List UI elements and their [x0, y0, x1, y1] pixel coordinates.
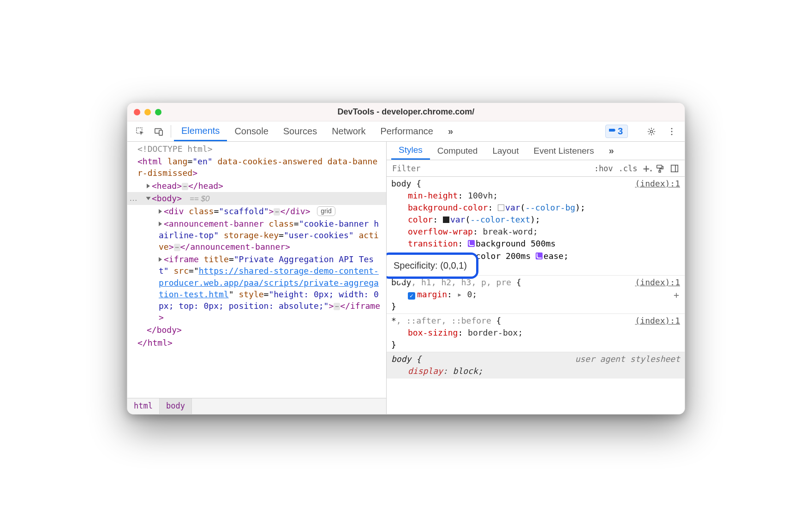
dom-body-selected[interactable]: <body> == $0	[127, 192, 386, 205]
color-swatch-icon[interactable]	[498, 204, 504, 211]
rule-source-link[interactable]: (index):1	[635, 277, 680, 289]
subtab-computed[interactable]: Computed	[430, 142, 485, 160]
tooltip-text: Specificity: (0,0,1)	[394, 260, 467, 271]
close-window-icon[interactable]	[134, 109, 140, 115]
more-subtabs-icon[interactable]: »	[601, 142, 621, 160]
bezier-swatch-icon[interactable]	[536, 252, 543, 259]
minimize-window-icon[interactable]	[144, 109, 151, 115]
crumb-html[interactable]: html	[127, 398, 160, 414]
rule-user-agent[interactable]: user agent stylesheet body { display: bl…	[387, 352, 685, 378]
prop-margin[interactable]: ✓margin: ▸ 0; +	[391, 289, 680, 301]
device-toolbar-icon[interactable]	[149, 121, 168, 141]
tab-sources[interactable]: Sources	[276, 121, 324, 141]
more-tabs-icon[interactable]: »	[441, 121, 460, 141]
elements-pane: <!DOCTYPE html> <html lang="en" data-coo…	[127, 142, 387, 414]
subtab-event-listeners[interactable]: Event Listeners	[526, 142, 601, 160]
crumb-body[interactable]: body	[160, 398, 192, 414]
dom-doctype[interactable]: <!DOCTYPE html>	[127, 143, 386, 155]
dom-head[interactable]: <head>⋯</head>	[127, 180, 386, 192]
add-property-icon[interactable]: +	[674, 289, 680, 302]
main-toolbar: Elements Console Sources Network Perform…	[127, 121, 685, 142]
toolbar-right: 3	[601, 121, 681, 141]
new-style-rule-icon[interactable]: +▾	[642, 162, 651, 175]
svg-rect-2	[159, 130, 162, 135]
svg-point-5	[671, 131, 673, 132]
prop-background-color[interactable]: background-color: var(--color-bg);	[391, 202, 680, 214]
dom-tree[interactable]: <!DOCTYPE html> <html lang="en" data-coo…	[127, 142, 386, 398]
paint-icon[interactable]	[654, 164, 665, 173]
rule-close: }	[391, 301, 680, 313]
prop-overflow-wrap[interactable]: overflow-wrap: break-word;	[391, 226, 680, 238]
styles-pane: Styles Computed Layout Event Listeners »…	[387, 142, 685, 414]
styles-filter-input[interactable]	[391, 163, 590, 174]
specificity-tooltip: Specificity: (0,0,1)	[387, 252, 478, 279]
panel-tabs: Elements Console Sources Network Perform…	[174, 121, 601, 141]
dom-iframe[interactable]: <iframe title="Private Aggregation API T…	[127, 253, 386, 324]
zoom-window-icon[interactable]	[155, 109, 161, 115]
rule-source-link[interactable]: (index):1	[635, 178, 680, 190]
kebab-menu-icon[interactable]	[663, 127, 681, 136]
color-swatch-icon[interactable]	[443, 216, 449, 223]
prop-min-height[interactable]: min-height: 100vh;	[391, 190, 680, 202]
svg-rect-7	[657, 165, 662, 168]
styles-subtabs: Styles Computed Layout Event Listeners »	[387, 142, 685, 160]
dom-html-open[interactable]: <html lang="en" data-cookies-answered da…	[127, 155, 386, 179]
prop-enabled-checkbox[interactable]: ✓	[408, 292, 415, 300]
dom-div-scaffold[interactable]: <div class="scaffold">⋯</div> grid	[127, 205, 386, 217]
window-title: DevTools - developer.chrome.com/	[127, 107, 685, 117]
subtab-styles[interactable]: Styles	[391, 142, 430, 160]
tab-console[interactable]: Console	[227, 121, 275, 141]
content-area: <!DOCTYPE html> <html lang="en" data-coo…	[127, 142, 685, 414]
svg-rect-8	[659, 170, 661, 172]
hov-toggle[interactable]: :hov	[593, 164, 614, 173]
issues-count: 3	[618, 126, 623, 137]
traffic-lights	[134, 109, 161, 115]
styles-rules: (index):1 body { min-height: 100vh; back…	[387, 177, 685, 414]
svg-point-3	[650, 130, 652, 132]
dom-body-close[interactable]: </body>	[127, 324, 386, 336]
issues-badge[interactable]: 3	[601, 125, 633, 138]
svg-point-4	[671, 128, 673, 129]
rule-body-h1-etc[interactable]: (index):1 body, h1, h2, h3, p, pre { ✓ma…	[387, 276, 685, 314]
tab-performance[interactable]: Performance	[373, 121, 441, 141]
grid-badge[interactable]: grid	[317, 206, 335, 216]
cls-toggle[interactable]: .cls	[618, 164, 639, 173]
tab-network[interactable]: Network	[324, 121, 373, 141]
settings-gear-icon[interactable]	[642, 127, 661, 136]
computed-sidebar-icon[interactable]	[669, 164, 680, 173]
rule-universal[interactable]: (index):1 *, ::after, ::before { box-siz…	[387, 314, 685, 352]
dom-html-close[interactable]: </html>	[127, 337, 386, 349]
svg-point-6	[671, 133, 673, 135]
tab-elements[interactable]: Elements	[174, 121, 227, 141]
prop-display[interactable]: display: block;	[391, 365, 680, 377]
bezier-swatch-icon[interactable]	[468, 240, 475, 247]
devtools-window: DevTools - developer.chrome.com/ Element…	[127, 102, 685, 415]
subtab-layout[interactable]: Layout	[485, 142, 526, 160]
rule-close: }	[391, 339, 680, 351]
inspect-element-icon[interactable]	[131, 121, 149, 141]
svg-rect-9	[671, 165, 678, 172]
prop-box-sizing[interactable]: box-sizing: border-box;	[391, 327, 680, 339]
styles-filter-bar: :hov .cls +▾	[387, 160, 685, 177]
breadcrumb: html body	[127, 398, 386, 414]
dom-announcement-banner[interactable]: <announcement-banner class="cookie-banne…	[127, 217, 386, 253]
rule-source-link[interactable]: (index):1	[635, 315, 680, 327]
ua-stylesheet-label: user agent stylesheet	[575, 353, 680, 365]
titlebar: DevTools - developer.chrome.com/	[127, 103, 685, 121]
prop-color[interactable]: color: var(--color-text);	[391, 214, 680, 226]
toolbar-separator	[171, 125, 171, 138]
prop-transition[interactable]: transition: background 500ms	[391, 238, 680, 250]
